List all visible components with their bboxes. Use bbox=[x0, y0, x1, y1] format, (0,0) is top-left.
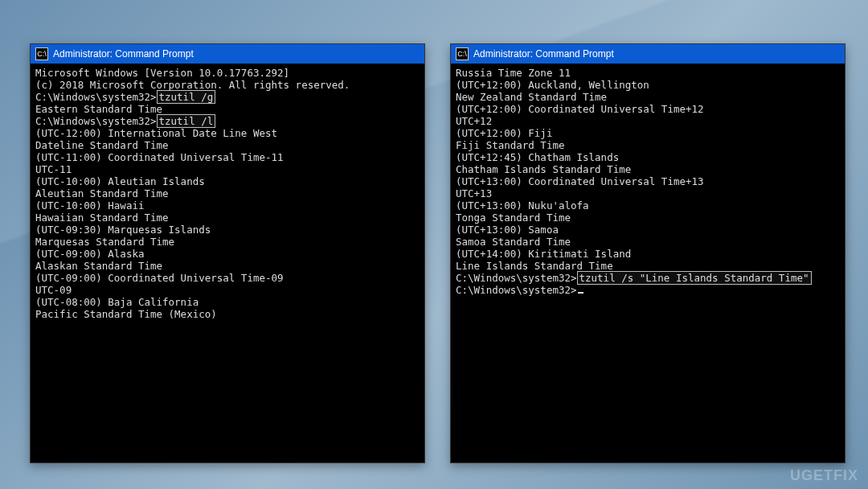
console-text: (UTC-10:00) Aleutian Islands bbox=[35, 175, 205, 187]
console-line: (UTC+14:00) Kiritimati Island bbox=[456, 248, 840, 260]
console-line: Aleutian Standard Time bbox=[35, 187, 420, 199]
console-line: UTC-11 bbox=[35, 163, 420, 175]
console-line: (UTC-09:30) Marquesas Islands bbox=[35, 224, 420, 236]
console-text: (UTC+12:00) Fiji bbox=[456, 127, 552, 139]
console-line: Tonga Standard Time bbox=[456, 212, 840, 224]
console-output-left[interactable]: Microsoft Windows [Version 10.0.17763.29… bbox=[31, 64, 424, 462]
console-line: Alaskan Standard Time bbox=[35, 260, 420, 272]
console-text: Russia Time Zone 11 bbox=[456, 67, 571, 79]
console-line: UTC+12 bbox=[456, 115, 840, 127]
prompt-prefix: C:\Windows\system32> bbox=[456, 284, 577, 296]
console-line: UTC-09 bbox=[35, 284, 420, 296]
console-text: Microsoft Windows [Version 10.0.17763.29… bbox=[35, 67, 289, 79]
console-line: (UTC+12:45) Chatham Islands bbox=[456, 151, 840, 163]
console-text: (UTC-09:00) Alaska bbox=[35, 248, 144, 260]
console-line: (UTC-08:00) Baja California bbox=[35, 296, 420, 308]
cmd-window-left: C:\ Administrator: Command Prompt Micros… bbox=[30, 43, 425, 463]
cursor bbox=[578, 292, 583, 294]
console-text: Aleutian Standard Time bbox=[35, 187, 169, 199]
console-text: Marquesas Standard Time bbox=[35, 236, 174, 248]
console-text: UTC+13 bbox=[456, 187, 492, 199]
screenshot-stage: C:\ Administrator: Command Prompt Micros… bbox=[0, 0, 868, 489]
console-line: Dateline Standard Time bbox=[35, 139, 420, 151]
console-line: C:\Windows\system32>tzutil /l bbox=[35, 115, 420, 127]
console-text: Fiji Standard Time bbox=[456, 139, 564, 151]
console-text: Line Islands Standard Time bbox=[456, 260, 613, 272]
console-text: (UTC+12:00) Auckland, Wellington bbox=[456, 79, 649, 91]
console-line: Fiji Standard Time bbox=[456, 139, 840, 151]
console-text: (UTC-11:00) Coordinated Universal Time-1… bbox=[35, 151, 284, 163]
console-line: (UTC-12:00) International Date Line West bbox=[35, 127, 420, 139]
console-text: (UTC+13:00) Coordinated Universal Time+1… bbox=[456, 175, 704, 187]
console-text: Eastern Standard Time bbox=[35, 103, 162, 115]
console-text: Pacific Standard Time (Mexico) bbox=[35, 308, 217, 320]
console-line: UTC+13 bbox=[456, 187, 840, 199]
console-text: (UTC+13:00) Nuku'alofa bbox=[456, 199, 589, 212]
console-line: (UTC+13:00) Coordinated Universal Time+1… bbox=[456, 175, 840, 187]
console-text: (UTC+12:00) Coordinated Universal Time+1… bbox=[456, 103, 704, 115]
console-text: Tonga Standard Time bbox=[456, 212, 571, 224]
console-text: (UTC-09:00) Coordinated Universal Time-0… bbox=[35, 272, 284, 284]
console-line: Microsoft Windows [Version 10.0.17763.29… bbox=[35, 67, 420, 79]
console-line: Chatham Islands Standard Time bbox=[456, 163, 840, 175]
highlighted-command: tzutil /l bbox=[157, 114, 216, 128]
highlighted-command: tzutil /s "Line Islands Standard Time" bbox=[577, 271, 812, 285]
console-text: UTC-09 bbox=[35, 284, 72, 296]
console-line: (UTC-10:00) Aleutian Islands bbox=[35, 175, 420, 187]
console-line: (UTC+13:00) Samoa bbox=[456, 224, 840, 236]
console-line: C:\Windows\system32>tzutil /s "Line Isla… bbox=[456, 272, 840, 284]
console-text: UTC-11 bbox=[35, 163, 72, 175]
console-text: New Zealand Standard Time bbox=[456, 91, 607, 103]
console-line: Samoa Standard Time bbox=[456, 236, 840, 248]
console-line: Line Islands Standard Time bbox=[456, 260, 840, 272]
console-line: (UTC-11:00) Coordinated Universal Time-1… bbox=[35, 151, 420, 163]
console-text: (UTC+12:45) Chatham Islands bbox=[456, 151, 619, 163]
console-line: Marquesas Standard Time bbox=[35, 236, 420, 248]
prompt-prefix: C:\Windows\system32> bbox=[35, 115, 157, 127]
watermark: UGETFIX bbox=[790, 467, 858, 484]
highlighted-command: tzutil /g bbox=[157, 90, 216, 104]
console-line: Russia Time Zone 11 bbox=[456, 67, 840, 79]
console-text: UTC+12 bbox=[456, 115, 492, 127]
cmd-icon: C:\ bbox=[35, 47, 48, 60]
console-text: (UTC-12:00) International Date Line West bbox=[35, 127, 277, 139]
cmd-window-right: C:\ Administrator: Command Prompt Russia… bbox=[450, 43, 845, 463]
console-output-right[interactable]: Russia Time Zone 11(UTC+12:00) Auckland,… bbox=[451, 64, 845, 462]
console-line: C:\Windows\system32>tzutil /g bbox=[35, 91, 420, 103]
console-text: (UTC+14:00) Kiritimati Island bbox=[456, 248, 631, 260]
console-line: Pacific Standard Time (Mexico) bbox=[35, 308, 420, 320]
prompt-prefix: C:\Windows\system32> bbox=[35, 91, 157, 103]
console-line: (UTC+12:00) Fiji bbox=[456, 127, 840, 139]
cmd-icon: C:\ bbox=[456, 47, 469, 60]
prompt-prefix: C:\Windows\system32> bbox=[456, 272, 577, 284]
console-line: (UTC+13:00) Nuku'alofa bbox=[456, 199, 840, 212]
console-text: Hawaiian Standard Time bbox=[35, 212, 169, 224]
titlebar-left[interactable]: C:\ Administrator: Command Prompt bbox=[31, 44, 424, 64]
console-text: Chatham Islands Standard Time bbox=[456, 163, 631, 175]
console-line: (UTC-10:00) Hawaii bbox=[35, 199, 420, 212]
titlebar-text: Administrator: Command Prompt bbox=[53, 48, 194, 60]
console-line: Eastern Standard Time bbox=[35, 103, 420, 115]
console-text: Alaskan Standard Time bbox=[35, 260, 162, 272]
console-line: (UTC+12:00) Coordinated Universal Time+1… bbox=[456, 103, 840, 115]
console-line: (UTC-09:00) Alaska bbox=[35, 248, 420, 260]
console-text: Dateline Standard Time bbox=[35, 139, 169, 151]
console-text: (UTC-08:00) Baja California bbox=[35, 296, 199, 308]
console-line: C:\Windows\system32> bbox=[456, 284, 840, 296]
console-line: New Zealand Standard Time bbox=[456, 91, 840, 103]
titlebar-text: Administrator: Command Prompt bbox=[473, 48, 614, 60]
console-text: (UTC-09:30) Marquesas Islands bbox=[35, 224, 211, 236]
console-line: Hawaiian Standard Time bbox=[35, 212, 420, 224]
console-text: (UTC+13:00) Samoa bbox=[456, 224, 559, 236]
console-line: (UTC+12:00) Auckland, Wellington bbox=[456, 79, 840, 91]
titlebar-right[interactable]: C:\ Administrator: Command Prompt bbox=[451, 44, 845, 64]
console-text: (UTC-10:00) Hawaii bbox=[35, 199, 144, 212]
console-text: Samoa Standard Time bbox=[456, 236, 571, 248]
console-line: (c) 2018 Microsoft Corporation. All righ… bbox=[35, 79, 420, 91]
console-text: (c) 2018 Microsoft Corporation. All righ… bbox=[35, 79, 350, 91]
console-line: (UTC-09:00) Coordinated Universal Time-0… bbox=[35, 272, 420, 284]
